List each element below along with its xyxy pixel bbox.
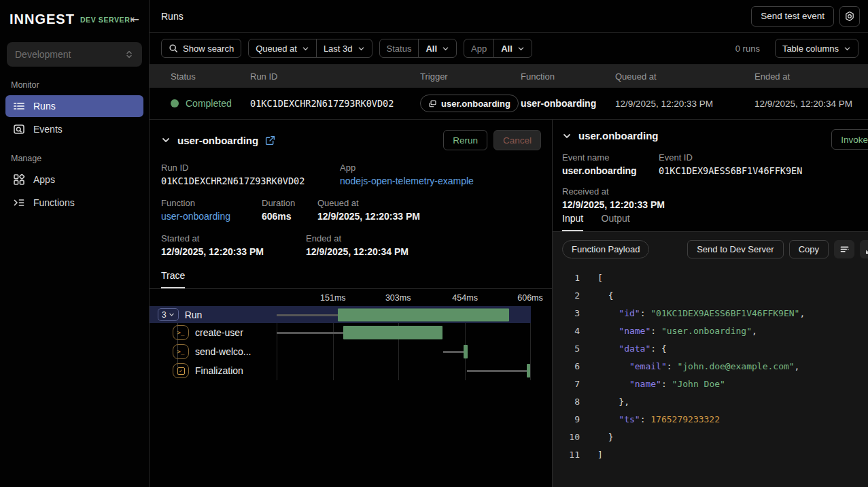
table-row[interactable]: Completed 01KC1DEXCHR2N617Z93RK0VD02 use… <box>150 88 868 119</box>
settings-button[interactable] <box>839 6 860 27</box>
rerun-button[interactable]: Rerun <box>443 130 487 150</box>
sidebar-item-events[interactable]: Events <box>5 118 143 140</box>
trace-row-create-user[interactable]: >_create-user <box>150 323 552 342</box>
table-columns-button[interactable]: Table columns <box>775 39 858 58</box>
runs-icon <box>12 99 26 113</box>
queued-at-cell: 12/9/2025, 12:20:33 PM <box>615 99 754 109</box>
event-name-label: Event name <box>562 152 659 163</box>
span-bar[interactable] <box>527 364 530 377</box>
trace-row-finalization[interactable]: ✓Finalization <box>150 361 552 380</box>
word-wrap-button[interactable] <box>834 240 854 258</box>
queued-at-dropdown[interactable]: Queued at <box>249 39 316 57</box>
sidebar-collapse-icon[interactable]: ⇤ <box>131 13 139 26</box>
received-at-value: 12/9/2025, 12:20:33 PM <box>562 199 665 210</box>
column-header-status: Status <box>171 71 250 82</box>
event-name-value: user.onboarding <box>562 165 659 176</box>
payload-code: 1[2 {3 "id": "01KC1DEX9AESS6BF1V46FFK9EN… <box>562 269 868 487</box>
run-details-panel: user-onboarding Rerun Cancel Run ID 01KC… <box>150 120 553 487</box>
table-columns-label: Table columns <box>782 44 839 54</box>
code-line: 3 "id": "01KC1DEX9AESS6BF1V46FFK9EN", <box>562 305 868 322</box>
app-filter-value[interactable]: All <box>493 39 532 57</box>
started-at-value: 12/9/2025, 12:20:33 PM <box>161 246 306 257</box>
sidebar-item-runs[interactable]: Runs <box>5 95 143 117</box>
sidebar-item-apps[interactable]: Apps <box>5 169 143 190</box>
section-label-monitor: Monitor <box>0 80 149 90</box>
collapse-chevron-icon[interactable] <box>161 135 171 145</box>
span-count-badge[interactable]: 3 <box>158 308 179 321</box>
copy-button[interactable]: Copy <box>789 240 829 258</box>
logo-row: INNGEST DEV SERVER ⇤ <box>0 0 149 38</box>
external-link-icon[interactable] <box>265 135 275 146</box>
app-link[interactable]: nodejs-open-telemetry-example <box>340 175 474 186</box>
code-line: 9 "ts": 1765279233322 <box>562 411 868 429</box>
status-filter[interactable]: Status All <box>379 39 457 58</box>
run-id-cell: 01KC1DEXCHR2N617Z93RK0VD02 <box>250 98 420 109</box>
sidebar-section-monitor: Monitor Runs Events <box>0 80 149 140</box>
cancel-button[interactable]: Cancel <box>493 130 541 150</box>
collapse-chevron-icon[interactable] <box>562 131 572 141</box>
trigger-pill[interactable]: user.onboarding <box>420 95 519 112</box>
trace-tabs: Trace <box>150 268 552 289</box>
sidebar-item-label: Runs <box>33 101 56 112</box>
column-header-function: Function <box>521 71 615 82</box>
tab-input[interactable]: Input <box>562 213 583 231</box>
event-trigger-icon <box>428 99 437 108</box>
chevron-down-icon <box>358 45 365 52</box>
invoke-button[interactable]: Invoke <box>831 129 868 150</box>
ended-at-value: 12/9/2025, 12:20:34 PM <box>306 246 409 257</box>
tab-trace[interactable]: Trace <box>161 270 185 288</box>
queue-duration-line <box>277 314 338 316</box>
span-bar[interactable] <box>338 308 509 321</box>
code-line: 5 "data": { <box>562 340 868 358</box>
io-tabs: Input Output <box>553 212 868 232</box>
ended-at-cell: 12/9/2025, 12:20:34 PM <box>754 99 868 109</box>
sidebar-item-functions[interactable]: Functions <box>5 192 143 214</box>
show-search-button[interactable]: Show search <box>161 39 241 58</box>
trace-tick-label: 606ms <box>517 293 543 303</box>
send-test-event-button[interactable]: Send test event <box>751 6 834 27</box>
table-header: Status Run ID Trigger Function Queued at… <box>150 65 868 88</box>
tab-output[interactable]: Output <box>602 213 630 230</box>
environment-select-value: Development <box>15 49 71 60</box>
detail-panels: user-onboarding Rerun Cancel Run ID 01KC… <box>150 119 868 487</box>
trace-tick-label: 303ms <box>385 293 411 303</box>
inngest-logo: INNGEST <box>10 12 75 27</box>
app-label: App <box>340 163 474 173</box>
event-id-value: 01KC1DEX9AESS6BF1V46FFK9EN <box>659 165 802 176</box>
queue-duration-line <box>443 351 464 353</box>
trace-row-label: Finalization <box>195 365 243 376</box>
run-status: Completed <box>186 98 232 109</box>
event-details-panel: user.onboarding Invoke Event name user.o… <box>553 120 868 487</box>
trace-row-run[interactable]: 3Run <box>150 306 531 323</box>
send-to-dev-server-button[interactable]: Send to Dev Server <box>687 240 783 258</box>
span-bar[interactable] <box>464 345 468 358</box>
app-filter-label: App <box>464 39 493 57</box>
queued-at-value: 12/9/2025, 12:20:33 PM <box>317 211 420 222</box>
apps-icon <box>12 173 26 186</box>
column-header-trigger: Trigger <box>420 71 521 82</box>
function-label: Function <box>161 198 262 208</box>
functions-icon <box>12 196 26 209</box>
time-range-dropdown[interactable]: Last 3d <box>316 39 372 57</box>
expand-button[interactable] <box>860 240 868 258</box>
duration-label: Duration <box>262 198 317 208</box>
span-bar[interactable] <box>343 326 443 339</box>
sidebar: INNGEST DEV SERVER ⇤ Development Monitor… <box>0 0 150 487</box>
search-icon <box>169 44 178 53</box>
app-filter[interactable]: App All <box>464 39 532 58</box>
trace-waterfall: 151ms303ms454ms606ms 3Run>_create-user>_… <box>150 292 552 380</box>
function-payload-button[interactable]: Function Payload <box>562 240 649 258</box>
payload-toolbar: Function Payload Send to Dev Server Copy <box>562 240 868 258</box>
status-filter-value[interactable]: All <box>418 39 456 57</box>
queued-at-label: Queued at <box>317 198 420 208</box>
trace-row-send-welco[interactable]: >_send-welco... <box>150 342 552 361</box>
chevron-down-icon <box>844 45 851 52</box>
code-line: 1[ <box>562 269 868 287</box>
environment-select[interactable]: Development <box>7 42 142 67</box>
runs-count: 0 runs <box>735 44 760 54</box>
trace-rows: 3Run>_create-user>_send-welco...✓Finaliz… <box>150 306 552 380</box>
step-run-icon: >_ <box>173 344 189 359</box>
page-title: Runs <box>161 11 184 22</box>
started-at-label: Started at <box>161 233 306 244</box>
function-link[interactable]: user-onboarding <box>161 211 262 222</box>
